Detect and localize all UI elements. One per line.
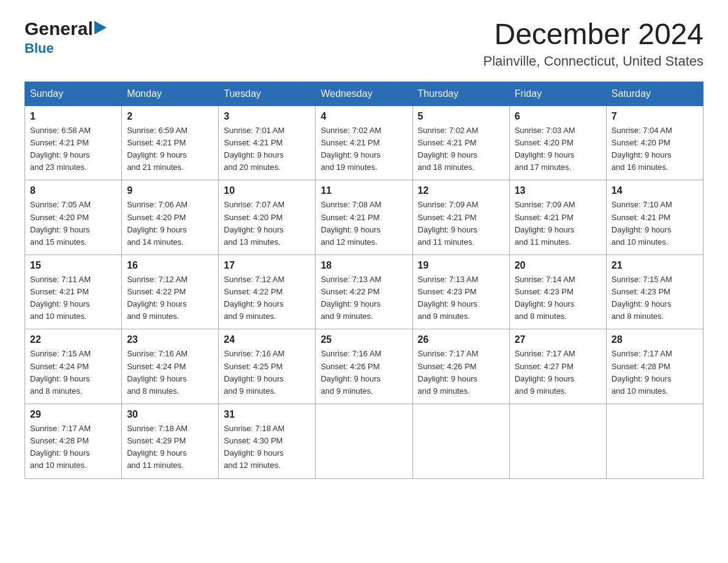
- title-block: December 2024 Plainville, Connecticut, U…: [483, 18, 703, 69]
- day-number: 19: [418, 260, 504, 271]
- day-number: 5: [418, 111, 504, 122]
- calendar-day-cell: 12 Sunrise: 7:09 AMSunset: 4:21 PMDaylig…: [412, 180, 509, 255]
- calendar-day-cell: 5 Sunrise: 7:02 AMSunset: 4:21 PMDayligh…: [412, 105, 509, 180]
- day-info: Sunrise: 7:02 AMSunset: 4:21 PMDaylight:…: [320, 126, 381, 172]
- calendar-empty-cell: [606, 404, 703, 479]
- weekday-header-tuesday: Tuesday: [219, 82, 316, 105]
- day-info: Sunrise: 7:13 AMSunset: 4:23 PMDaylight:…: [418, 275, 479, 321]
- day-number: 2: [127, 111, 213, 122]
- calendar-day-cell: 15 Sunrise: 7:11 AMSunset: 4:21 PMDaylig…: [25, 255, 122, 329]
- day-info: Sunrise: 7:17 AMSunset: 4:28 PMDaylight:…: [612, 349, 672, 395]
- day-info: Sunrise: 7:13 AMSunset: 4:22 PMDaylight:…: [320, 275, 381, 321]
- day-number: 24: [224, 334, 310, 345]
- day-number: 29: [30, 409, 116, 420]
- logo-general-text: General: [25, 18, 93, 39]
- day-number: 3: [224, 111, 310, 122]
- day-info: Sunrise: 6:58 AMSunset: 4:21 PMDaylight:…: [30, 126, 91, 172]
- day-info: Sunrise: 7:08 AMSunset: 4:21 PMDaylight:…: [320, 200, 381, 246]
- day-number: 23: [127, 334, 213, 345]
- calendar-day-cell: 11 Sunrise: 7:08 AMSunset: 4:21 PMDaylig…: [316, 180, 412, 255]
- day-info: Sunrise: 7:11 AMSunset: 4:21 PMDaylight:…: [30, 275, 91, 321]
- day-info: Sunrise: 7:04 AMSunset: 4:20 PMDaylight:…: [612, 126, 672, 172]
- calendar-day-cell: 7 Sunrise: 7:04 AMSunset: 4:20 PMDayligh…: [606, 105, 703, 180]
- weekday-header-monday: Monday: [122, 82, 219, 105]
- day-number: 1: [30, 111, 116, 122]
- day-info: Sunrise: 7:09 AMSunset: 4:21 PMDaylight:…: [418, 200, 479, 246]
- day-info: Sunrise: 7:16 AMSunset: 4:26 PMDaylight:…: [320, 349, 381, 395]
- day-info: Sunrise: 7:12 AMSunset: 4:22 PMDaylight:…: [224, 275, 284, 321]
- day-number: 26: [418, 334, 504, 345]
- day-info: Sunrise: 7:15 AMSunset: 4:23 PMDaylight:…: [612, 275, 672, 321]
- day-info: Sunrise: 7:02 AMSunset: 4:21 PMDaylight:…: [418, 126, 479, 172]
- month-title: December 2024: [483, 18, 703, 51]
- calendar-day-cell: 10 Sunrise: 7:07 AMSunset: 4:20 PMDaylig…: [219, 180, 316, 255]
- day-info: Sunrise: 7:09 AMSunset: 4:21 PMDaylight:…: [515, 200, 575, 246]
- calendar-day-cell: 31 Sunrise: 7:18 AMSunset: 4:30 PMDaylig…: [219, 404, 316, 479]
- calendar-day-cell: 3 Sunrise: 7:01 AMSunset: 4:21 PMDayligh…: [219, 105, 316, 180]
- day-number: 6: [515, 111, 601, 122]
- day-number: 31: [224, 409, 310, 420]
- weekday-header-sunday: Sunday: [25, 82, 122, 105]
- day-number: 17: [224, 260, 310, 271]
- day-info: Sunrise: 7:17 AMSunset: 4:28 PMDaylight:…: [30, 424, 91, 470]
- day-number: 14: [612, 185, 698, 196]
- day-info: Sunrise: 7:05 AMSunset: 4:20 PMDaylight:…: [30, 200, 91, 246]
- calendar-day-cell: 14 Sunrise: 7:10 AMSunset: 4:21 PMDaylig…: [606, 180, 703, 255]
- day-number: 16: [127, 260, 213, 271]
- day-number: 28: [612, 334, 698, 345]
- calendar-week-row: 1 Sunrise: 6:58 AMSunset: 4:21 PMDayligh…: [25, 105, 703, 180]
- calendar-week-row: 15 Sunrise: 7:11 AMSunset: 4:21 PMDaylig…: [25, 255, 703, 329]
- calendar-week-row: 22 Sunrise: 7:15 AMSunset: 4:24 PMDaylig…: [25, 329, 703, 404]
- calendar-week-row: 29 Sunrise: 7:17 AMSunset: 4:28 PMDaylig…: [25, 404, 703, 479]
- logo-arrow-icon: [93, 21, 107, 34]
- day-number: 15: [30, 260, 116, 271]
- calendar-day-cell: 1 Sunrise: 6:58 AMSunset: 4:21 PMDayligh…: [25, 105, 122, 180]
- calendar-header-row: SundayMondayTuesdayWednesdayThursdayFrid…: [25, 82, 703, 105]
- calendar-day-cell: 30 Sunrise: 7:18 AMSunset: 4:29 PMDaylig…: [122, 404, 219, 479]
- calendar-week-row: 8 Sunrise: 7:05 AMSunset: 4:20 PMDayligh…: [25, 180, 703, 255]
- day-number: 8: [30, 185, 116, 196]
- calendar-day-cell: 2 Sunrise: 6:59 AMSunset: 4:21 PMDayligh…: [122, 105, 219, 180]
- day-info: Sunrise: 7:15 AMSunset: 4:24 PMDaylight:…: [30, 349, 91, 395]
- logo-blue-text: Blue: [25, 40, 54, 56]
- day-info: Sunrise: 6:59 AMSunset: 4:21 PMDaylight:…: [127, 126, 188, 172]
- day-number: 9: [127, 185, 213, 196]
- day-number: 18: [320, 260, 407, 271]
- weekday-header-thursday: Thursday: [412, 82, 509, 105]
- calendar-day-cell: 8 Sunrise: 7:05 AMSunset: 4:20 PMDayligh…: [25, 180, 122, 255]
- calendar-day-cell: 25 Sunrise: 7:16 AMSunset: 4:26 PMDaylig…: [316, 329, 412, 404]
- calendar-day-cell: 17 Sunrise: 7:12 AMSunset: 4:22 PMDaylig…: [219, 255, 316, 329]
- calendar-day-cell: 6 Sunrise: 7:03 AMSunset: 4:20 PMDayligh…: [509, 105, 606, 180]
- day-number: 27: [515, 334, 601, 345]
- day-number: 12: [418, 185, 504, 196]
- calendar-day-cell: 28 Sunrise: 7:17 AMSunset: 4:28 PMDaylig…: [606, 329, 703, 404]
- calendar-day-cell: 27 Sunrise: 7:17 AMSunset: 4:27 PMDaylig…: [509, 329, 606, 404]
- location-title: Plainville, Connecticut, United States: [483, 53, 703, 69]
- calendar-day-cell: 21 Sunrise: 7:15 AMSunset: 4:23 PMDaylig…: [606, 255, 703, 329]
- weekday-header-friday: Friday: [509, 82, 606, 105]
- day-info: Sunrise: 7:18 AMSunset: 4:30 PMDaylight:…: [224, 424, 284, 470]
- day-info: Sunrise: 7:01 AMSunset: 4:21 PMDaylight:…: [224, 126, 284, 172]
- day-number: 10: [224, 185, 310, 196]
- day-info: Sunrise: 7:07 AMSunset: 4:20 PMDaylight:…: [224, 200, 284, 246]
- calendar-day-cell: 23 Sunrise: 7:16 AMSunset: 4:24 PMDaylig…: [122, 329, 219, 404]
- logo: General Blue: [25, 18, 107, 56]
- calendar-day-cell: 9 Sunrise: 7:06 AMSunset: 4:20 PMDayligh…: [122, 180, 219, 255]
- calendar-day-cell: 22 Sunrise: 7:15 AMSunset: 4:24 PMDaylig…: [25, 329, 122, 404]
- day-number: 7: [612, 111, 698, 122]
- day-info: Sunrise: 7:03 AMSunset: 4:20 PMDaylight:…: [515, 126, 575, 172]
- day-number: 20: [515, 260, 601, 271]
- day-info: Sunrise: 7:16 AMSunset: 4:24 PMDaylight:…: [127, 349, 188, 395]
- weekday-header-saturday: Saturday: [606, 82, 703, 105]
- calendar-table: SundayMondayTuesdayWednesdayThursdayFrid…: [25, 82, 703, 479]
- day-number: 30: [127, 409, 213, 420]
- day-number: 25: [320, 334, 407, 345]
- day-info: Sunrise: 7:12 AMSunset: 4:22 PMDaylight:…: [127, 275, 188, 321]
- calendar-day-cell: 24 Sunrise: 7:16 AMSunset: 4:25 PMDaylig…: [219, 329, 316, 404]
- svg-marker-0: [94, 21, 107, 34]
- day-info: Sunrise: 7:16 AMSunset: 4:25 PMDaylight:…: [224, 349, 284, 395]
- day-number: 21: [612, 260, 698, 271]
- weekday-header-wednesday: Wednesday: [316, 82, 412, 105]
- day-info: Sunrise: 7:18 AMSunset: 4:29 PMDaylight:…: [127, 424, 188, 470]
- calendar-day-cell: 13 Sunrise: 7:09 AMSunset: 4:21 PMDaylig…: [509, 180, 606, 255]
